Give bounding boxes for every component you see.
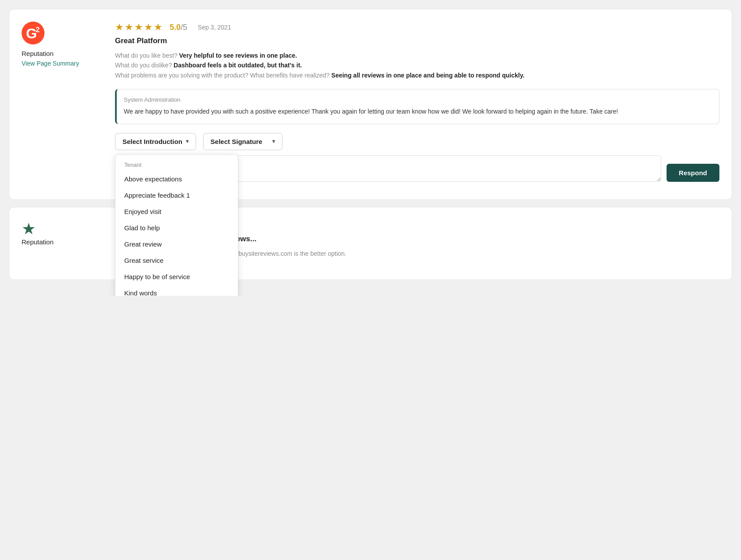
card1-left: G 2 Reputation View Page Summary [22,22,101,187]
star-3: ★ [134,22,143,33]
response-text: We are happy to have provided you with s… [124,107,712,116]
dropdown-item-2[interactable]: Enjoyed visit [115,203,238,220]
respond-button[interactable]: Respond [667,164,719,182]
card2-source-label: Reputation [22,238,54,246]
dropdown-item-5[interactable]: Great service [115,252,238,269]
signature-chevron-icon: ▾ [272,138,275,144]
dropdowns-row: Select Introduction ▾ Tenant Above expec… [115,133,719,150]
dropdown-item-0[interactable]: Above expectations [115,171,238,187]
review-header: ★ ★ ★ ★ ★ 5.0/5 Sep 3, 2021 [115,22,719,33]
g2-logo: G 2 [22,22,44,44]
rating-value: 5.0/5 [170,23,187,32]
card2-left: ★ Reputation [22,220,101,267]
star-4: ★ [144,22,153,33]
review-title: Great Platform [115,37,719,45]
existing-response-box: System Administration We are happy to ha… [115,89,719,124]
star-2: ★ [125,22,133,33]
view-page-summary-link[interactable]: View Page Summary [22,60,79,67]
response-author: System Administration [124,96,712,103]
dropdown-item-1[interactable]: Appreciate feedback 1 [115,187,238,203]
dropdown-item-6[interactable]: Happy to be of service [115,269,238,285]
star-1: ★ [115,22,124,33]
dropdown-item-3[interactable]: Glad to help [115,220,238,236]
card1-right: ★ ★ ★ ★ ★ 5.0/5 Sep 3, 2021 Great Platfo… [115,22,719,187]
green-star-icon: ★ [22,220,36,238]
review-date: Sep 3, 2021 [198,24,231,31]
svg-text:2: 2 [36,26,40,33]
star-5: ★ [154,22,163,33]
select-signature-button[interactable]: Select Signature ▾ [203,133,282,150]
review-body-line3: What problems are you solving with the p… [115,72,525,79]
star-rating: ★ ★ ★ ★ ★ [115,22,163,33]
select-introduction-button[interactable]: Select Introduction ▾ [115,133,196,150]
dropdown-section-label: Tenant [115,158,238,171]
introduction-chevron-icon: ▾ [186,138,189,144]
review-body-line2: What do you dislike? Dashboard feels a b… [115,62,302,69]
review-card-1: G 2 Reputation View Page Summary ★ ★ ★ ★… [9,9,732,200]
source-label: Reputation [22,50,54,57]
introduction-dropdown-menu: Tenant Above expectations Appreciate fee… [115,154,238,296]
dropdown-item-4[interactable]: Great review [115,236,238,252]
dropdown-item-7[interactable]: Kind words [115,285,238,296]
review-body: What do you like best? Very helpful to s… [115,51,719,80]
review-body-line1: What do you like best? Very helpful to s… [115,52,297,59]
